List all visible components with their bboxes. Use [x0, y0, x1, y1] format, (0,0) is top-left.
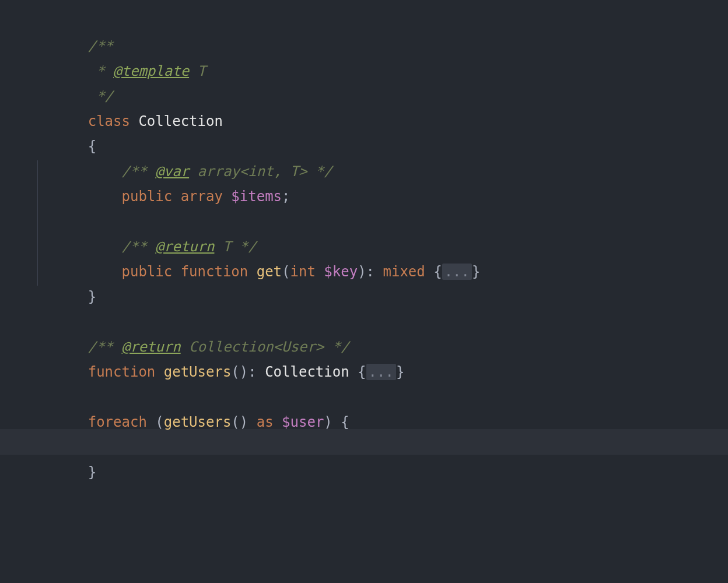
docblock-text: T: [189, 63, 206, 79]
space: [349, 364, 358, 380]
close-brace: }: [396, 364, 404, 380]
open-paren: (: [282, 264, 290, 280]
semicolon: ;: [282, 188, 290, 205]
space: [130, 113, 138, 129]
code-line[interactable]: * @template T: [37, 59, 728, 84]
getusers-function: getUsers: [164, 364, 232, 380]
code-line[interactable]: function getUsers(): Collection {...}: [37, 360, 728, 385]
collection-type: Collection: [265, 364, 349, 380]
space: [332, 414, 341, 430]
close-brace: }: [472, 264, 480, 280]
space: [155, 364, 163, 380]
function-keyword: function: [181, 264, 249, 280]
close-paren: ): [358, 264, 366, 280]
code-line[interactable]: }: [37, 460, 728, 485]
indent: [88, 188, 122, 205]
code-line[interactable]: public function get(int $key): mixed {..…: [37, 259, 728, 285]
close-brace: }: [88, 289, 96, 305]
space: [172, 188, 180, 205]
int-type: int: [290, 264, 316, 280]
folded-code[interactable]: ...: [366, 364, 396, 380]
space: [248, 264, 256, 280]
folded-code[interactable]: ...: [442, 264, 472, 280]
code-line[interactable]: foreach (getUsers() as $user) {: [37, 410, 728, 435]
items-var: $items: [231, 188, 282, 205]
colon: :: [248, 364, 265, 380]
open-paren: (: [155, 414, 163, 430]
as-keyword: as: [257, 414, 274, 430]
getusers-call: getUsers: [164, 414, 232, 430]
public-keyword: public: [122, 188, 173, 205]
foreach-keyword: foreach: [88, 414, 147, 430]
public-keyword: public: [122, 264, 173, 280]
space: [248, 414, 256, 430]
space: [274, 414, 282, 430]
mixed-type: mixed: [383, 264, 425, 280]
colon: :: [366, 264, 383, 280]
array-type: array: [181, 188, 223, 205]
get-function: get: [257, 264, 282, 280]
call-parens: (): [231, 414, 248, 430]
space: [172, 264, 180, 280]
space: [425, 264, 433, 280]
template-doctag: @template: [113, 63, 189, 79]
space: [147, 414, 155, 430]
space: [223, 188, 231, 205]
space: [316, 264, 324, 280]
open-brace: {: [341, 414, 349, 430]
close-brace: }: [88, 464, 96, 480]
parens: (): [231, 364, 248, 380]
code-line[interactable]: public array $items;: [37, 184, 728, 209]
close-paren: ): [324, 414, 332, 430]
function-keyword: function: [88, 364, 156, 380]
user-var: $user: [282, 414, 324, 430]
code-line[interactable]: class Collection: [37, 109, 728, 134]
open-brace: {: [433, 264, 442, 280]
code-editor[interactable]: /** * @template T */ class Collection { …: [0, 0, 728, 485]
open-brace: {: [358, 364, 366, 380]
class-name: Collection: [138, 113, 223, 129]
key-var: $key: [324, 264, 358, 280]
